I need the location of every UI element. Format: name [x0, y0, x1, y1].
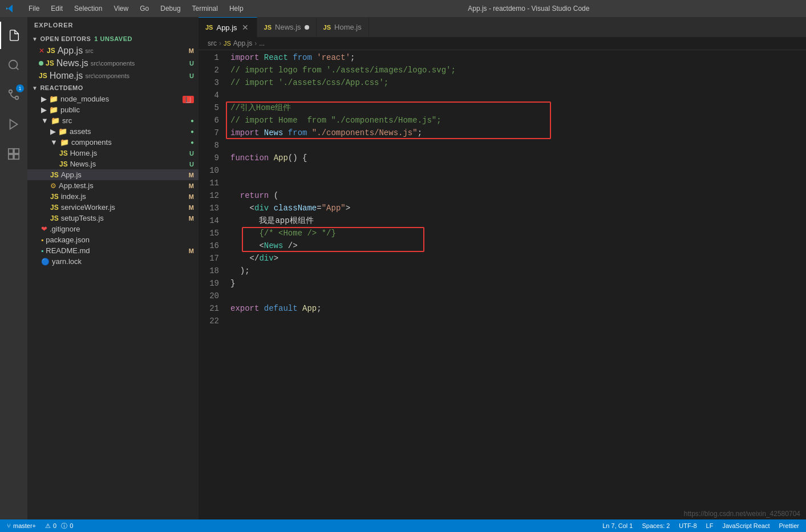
status-position[interactable]: Ln 7, Col 1 — [600, 522, 635, 529]
sidebar: EXPLORER ▼ OPEN EDITORS 1 UNSAVED ✕ JS A… — [27, 17, 199, 519]
open-editors-chevron: ▼ — [32, 36, 38, 42]
line-num-12: 12 — [199, 189, 219, 202]
newsjs-tree-badge: U — [189, 161, 194, 168]
line-num-1: 1 — [199, 51, 219, 64]
tab-appjs-icon: JS — [205, 24, 213, 31]
project-section[interactable]: ▼ REACTDEMO — [27, 82, 199, 94]
js-file-icon-news: JS — [46, 59, 54, 67]
code-content[interactable]: import React from 'react'; // import log… — [226, 50, 806, 327]
tree-indexjs[interactable]: JS index.js M — [27, 191, 199, 202]
open-editor-appjs-path: src — [85, 47, 94, 54]
open-editor-newsjs[interactable]: JS News.js src\components U — [27, 57, 199, 70]
line-numbers: 1 2 3 4 5 6 7 8 9 10 11 12 13 14 15 16 1 — [199, 50, 226, 327]
code-line-5: //引入Home组件 — [230, 101, 806, 114]
code-editor[interactable]: 1 2 3 4 5 6 7 8 9 10 11 12 13 14 15 16 1 — [199, 50, 806, 327]
files-activity-icon[interactable] — [0, 22, 27, 49]
yarn-icon: 🔵 — [41, 258, 50, 266]
code-line-3: // import './assets/css/App.css'; — [230, 76, 806, 89]
source-control-activity-icon[interactable]: 1 — [0, 81, 27, 108]
status-bar: ⑂ master+ ⚠ 0 ⓘ 0 Ln 7, Col 1 Spaces: 2 … — [0, 519, 806, 532]
status-spaces[interactable]: Spaces: 2 — [639, 522, 672, 529]
debug-activity-icon[interactable] — [0, 111, 27, 138]
svg-point-0 — [9, 60, 18, 69]
tab-homejs[interactable]: JS Home.js — [317, 17, 369, 37]
extensions-activity-icon[interactable] — [0, 140, 27, 168]
menu-edit[interactable]: Edit — [46, 3, 67, 14]
node-modules-badge: 📕 — [183, 95, 194, 103]
code-line-21: export default App; — [230, 302, 806, 315]
tree-apptestjs[interactable]: ⚙ App.test.js M — [27, 180, 199, 191]
tree-serviceworker[interactable]: JS serviceWorker.js M — [27, 202, 199, 213]
svg-rect-8 — [14, 155, 19, 159]
tree-node-modules[interactable]: ▶ 📁 node_modules 📕 — [27, 94, 199, 104]
code-line-19: } — [230, 277, 806, 290]
vscode-logo-icon — [6, 4, 15, 13]
line-num-21: 21 — [199, 302, 219, 315]
tree-newsjs[interactable]: JS News.js U — [27, 159, 199, 169]
status-language[interactable]: JavaScript React — [720, 522, 772, 529]
line-num-6: 6 — [199, 114, 219, 127]
breadcrumb-ellipsis[interactable]: ... — [259, 39, 265, 47]
tree-components[interactable]: ▼ 📁 components ● — [27, 137, 199, 148]
menu-go[interactable]: Go — [135, 3, 153, 14]
svg-rect-5 — [9, 149, 13, 153]
status-eol[interactable]: LF — [704, 522, 716, 529]
chevron-down-icon-src: ▼ — [41, 116, 48, 125]
breadcrumb-appjs[interactable]: App.js — [233, 39, 252, 47]
code-line-8 — [230, 139, 806, 152]
js-icon-homejs: JS — [59, 149, 68, 157]
open-editor-appjs[interactable]: ✕ JS App.js src M — [27, 44, 199, 57]
position-text: Ln 7, Col 1 — [602, 522, 633, 529]
open-editor-homejs[interactable]: JS Home.js src\components U — [27, 70, 199, 82]
tab-appjs-close[interactable]: ✕ — [241, 23, 250, 32]
code-line-2: // import logo from './assets/images/log… — [230, 64, 806, 76]
status-encoding[interactable]: UTF-8 — [677, 522, 699, 529]
menu-debug[interactable]: Debug — [156, 3, 185, 14]
tree-public[interactable]: ▶ 📁 public — [27, 104, 199, 115]
tree-packagejson[interactable]: ▪ package.json — [27, 234, 199, 245]
search-activity-icon[interactable] — [0, 51, 27, 79]
status-branch[interactable]: ⑂ master+ — [5, 522, 38, 529]
js-icon-appjs: JS — [50, 171, 59, 179]
code-line-4 — [230, 89, 806, 101]
tree-gitignore[interactable]: ❤ .gitignore — [27, 224, 199, 234]
menu-terminal[interactable]: Terminal — [188, 3, 222, 14]
tree-assets[interactable]: ▶ 📁 assets ● — [27, 126, 199, 137]
line-num-18: 18 — [199, 265, 219, 277]
menu-selection[interactable]: Selection — [70, 3, 107, 14]
node-modules-label: node_modules — [60, 95, 109, 103]
tree-setuptests[interactable]: JS setupTests.js M — [27, 213, 199, 224]
chevron-right-icon-assets: ▶ — [50, 127, 56, 136]
tree-readme[interactable]: ▪ README.md M — [27, 245, 199, 256]
tree-homejs[interactable]: JS Home.js U — [27, 148, 199, 159]
code-line-10 — [230, 164, 806, 177]
info-icon: ⓘ — [61, 522, 67, 530]
open-editors-section[interactable]: ▼ OPEN EDITORS 1 UNSAVED — [27, 33, 199, 44]
project-label: REACTDEMO — [40, 84, 83, 91]
appjs-modified-badge: M — [189, 47, 194, 54]
menu-view[interactable]: View — [109, 3, 133, 14]
tree-yarnlock[interactable]: 🔵 yarn.lock — [27, 256, 199, 267]
tree-appjs[interactable]: JS App.js M — [27, 169, 199, 180]
code-line-13: <div className="App"> — [230, 202, 806, 214]
breadcrumb-src[interactable]: src — [208, 39, 217, 47]
breadcrumb-sep1: › — [219, 39, 221, 47]
main-layout: 1 EXPLORER ▼ OPEN EDITORS 1 UNSAVED ✕ JS… — [0, 17, 806, 519]
tree-src[interactable]: ▼ 📁 src ● — [27, 115, 199, 126]
status-errors[interactable]: ⚠ 0 ⓘ 0 — [43, 522, 75, 530]
watermark: https://blog.csdn.net/weixin_42580704 — [684, 510, 800, 518]
svg-line-1 — [16, 67, 18, 70]
menu-help[interactable]: Help — [225, 3, 248, 14]
js-icon-newsjs: JS — [59, 160, 68, 168]
open-editor-homejs-path: src\components — [85, 72, 129, 79]
menu-file[interactable]: File — [24, 3, 44, 14]
highlighted-jsx-section: {/* <Home /> */} <News /> — [230, 227, 806, 252]
tab-appjs[interactable]: JS App.js ✕ — [199, 17, 257, 37]
status-formatter[interactable]: Prettier — [777, 522, 801, 529]
open-editor-appjs-name: App.js — [58, 46, 83, 56]
assets-dot: ● — [191, 128, 194, 135]
open-editors-label: OPEN EDITORS — [40, 35, 91, 42]
tab-bar: JS App.js ✕ JS News.js JS Home.js — [199, 17, 806, 37]
close-icon[interactable]: ✕ — [39, 47, 44, 55]
tab-newsjs[interactable]: JS News.js — [257, 17, 317, 37]
